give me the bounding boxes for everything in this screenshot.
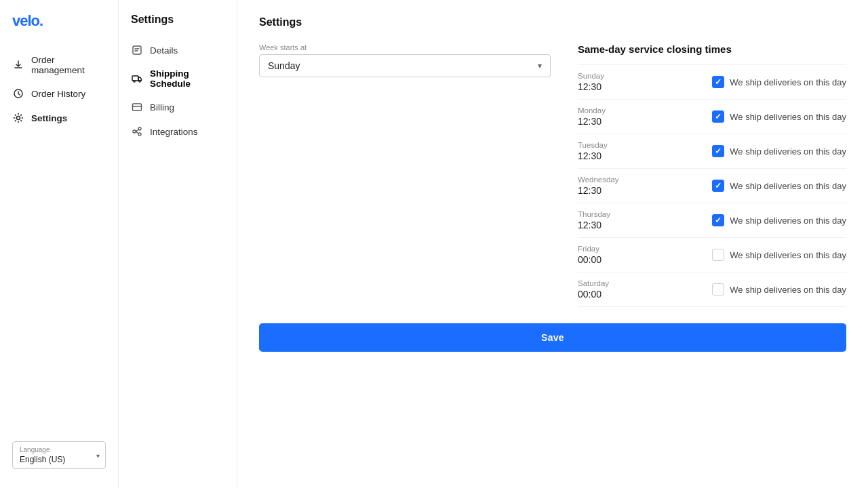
checkbox-row-friday: We ship deliveries on this day: [712, 249, 846, 261]
main-content: Settings Week starts at Sunday ▾ Same-da…: [237, 0, 868, 488]
ship-checkbox-friday[interactable]: [712, 249, 724, 261]
sidebar-label-settings: Settings: [31, 113, 67, 123]
days-list: Sunday12:30We ship deliveries on this da…: [578, 64, 846, 307]
checkbox-row-sunday: We ship deliveries on this day: [712, 76, 846, 88]
svg-point-8: [138, 127, 141, 130]
ship-checkbox-saturday[interactable]: [712, 283, 724, 296]
settings-nav-title: Settings: [119, 14, 237, 38]
checkbox-row-monday: We ship deliveries on this day: [712, 110, 846, 123]
settings-nav-item-billing[interactable]: Billing: [119, 95, 237, 119]
day-info-friday: Friday00:00: [578, 245, 632, 265]
day-row-wednesday: Wednesday12:30We ship deliveries on this…: [578, 169, 846, 203]
day-row-saturday: Saturday00:00We ship deliveries on this …: [578, 272, 846, 307]
day-name-monday: Monday: [578, 106, 632, 115]
day-row-sunday: Sunday12:30We ship deliveries on this da…: [578, 64, 846, 100]
checkbox-row-saturday: We ship deliveries on this day: [712, 283, 846, 296]
svg-point-7: [133, 130, 136, 133]
sidebar-item-order-management[interactable]: Order management: [0, 49, 118, 81]
day-info-sunday: Sunday12:30: [578, 72, 632, 92]
sidebar: velo. Order management Order History: [0, 0, 119, 488]
details-icon: [131, 44, 143, 56]
ship-label-wednesday: We ship deliveries on this day: [730, 181, 846, 191]
day-info-thursday: Thursday12:30: [578, 210, 632, 230]
sidebar-label-order-management: Order management: [31, 55, 106, 75]
save-btn-wrapper: Save: [259, 323, 846, 352]
svg-rect-6: [133, 104, 142, 110]
settings-nav-label-billing: Billing: [150, 102, 174, 113]
ship-label-sunday: We ship deliveries on this day: [730, 77, 846, 87]
day-name-wednesday: Wednesday: [578, 176, 632, 184]
settings-nav-label-integrations: Integrations: [150, 127, 198, 137]
day-name-thursday: Thursday: [578, 210, 632, 218]
day-info-monday: Monday12:30: [578, 106, 632, 127]
day-row-monday: Monday12:30We ship deliveries on this da…: [578, 100, 846, 134]
day-time-saturday: 00:00: [578, 289, 632, 300]
checkbox-row-wednesday: We ship deliveries on this day: [712, 180, 846, 192]
ship-checkbox-thursday[interactable]: [712, 214, 724, 226]
ship-checkbox-tuesday[interactable]: [712, 145, 724, 157]
billing-icon: [131, 101, 143, 113]
svg-point-9: [138, 133, 141, 136]
week-starts-at-value: Sunday: [268, 60, 300, 71]
svg-point-1: [17, 117, 20, 120]
settings-nav: Settings Details Shipping Schedule: [119, 0, 237, 488]
day-time-tuesday: 12:30: [578, 150, 632, 161]
gear-icon: [12, 112, 24, 124]
day-name-sunday: Sunday: [578, 72, 632, 80]
day-info-saturday: Saturday00:00: [578, 279, 632, 300]
chevron-down-icon: ▾: [538, 61, 542, 70]
day-row-friday: Friday00:00We ship deliveries on this da…: [578, 238, 846, 272]
settings-nav-item-shipping-schedule[interactable]: Shipping Schedule: [119, 62, 237, 95]
day-time-monday: 12:30: [578, 116, 632, 127]
svg-rect-2: [133, 46, 141, 54]
ship-label-saturday: We ship deliveries on this day: [730, 285, 846, 295]
chevron-down-icon: ▾: [96, 451, 100, 459]
checkbox-row-thursday: We ship deliveries on this day: [712, 214, 846, 226]
settings-nav-item-integrations[interactable]: Integrations: [119, 119, 237, 144]
ship-checkbox-monday[interactable]: [712, 110, 724, 123]
left-column: Week starts at Sunday ▾: [259, 43, 551, 307]
day-row-tuesday: Tuesday12:30We ship deliveries on this d…: [578, 134, 846, 169]
sidebar-item-settings[interactable]: Settings: [0, 106, 118, 130]
brand-name: velo.: [12, 12, 43, 29]
history-icon: [12, 87, 24, 100]
day-info-wednesday: Wednesday12:30: [578, 176, 632, 196]
page-title: Settings: [259, 16, 846, 28]
ship-checkbox-wednesday[interactable]: [712, 180, 724, 192]
checkbox-row-tuesday: We ship deliveries on this day: [712, 145, 846, 157]
download-icon: [12, 59, 24, 71]
sidebar-bottom: Language English (US) ▾: [0, 430, 118, 476]
ship-label-tuesday: We ship deliveries on this day: [730, 146, 846, 157]
main-nav: Order management Order History Settings: [0, 49, 118, 130]
ship-checkbox-sunday[interactable]: [712, 76, 724, 88]
day-time-sunday: 12:30: [578, 81, 632, 92]
day-time-wednesday: 12:30: [578, 185, 632, 196]
day-time-friday: 00:00: [578, 254, 632, 265]
day-info-tuesday: Tuesday12:30: [578, 141, 632, 161]
sidebar-label-order-history: Order History: [31, 89, 85, 99]
same-day-title: Same-day service closing times: [578, 43, 846, 55]
svg-point-4: [134, 81, 135, 82]
ship-label-thursday: We ship deliveries on this day: [730, 216, 846, 226]
svg-rect-3: [132, 76, 138, 81]
logo: velo.: [0, 12, 118, 49]
language-value: English (US): [20, 455, 98, 464]
day-time-thursday: 12:30: [578, 220, 632, 230]
day-row-thursday: Thursday12:30We ship deliveries on this …: [578, 203, 846, 238]
language-select[interactable]: Language English (US) ▾: [12, 441, 106, 469]
settings-nav-label-shipping-schedule: Shipping Schedule: [150, 68, 224, 89]
day-name-saturday: Saturday: [578, 279, 632, 287]
week-starts-at-select[interactable]: Sunday ▾: [259, 54, 551, 77]
settings-nav-label-details: Details: [150, 45, 178, 56]
settings-nav-item-details[interactable]: Details: [119, 38, 237, 62]
content-row: Week starts at Sunday ▾ Same-day service…: [259, 43, 846, 307]
truck-icon: [131, 73, 143, 85]
sidebar-item-order-history[interactable]: Order History: [0, 81, 118, 106]
day-name-tuesday: Tuesday: [578, 141, 632, 149]
day-name-friday: Friday: [578, 245, 632, 253]
save-button[interactable]: Save: [259, 323, 846, 352]
week-select-section: Week starts at Sunday ▾: [259, 43, 551, 77]
week-starts-at-label: Week starts at: [259, 43, 551, 52]
integrations-icon: [131, 125, 143, 138]
ship-label-monday: We ship deliveries on this day: [730, 112, 846, 122]
